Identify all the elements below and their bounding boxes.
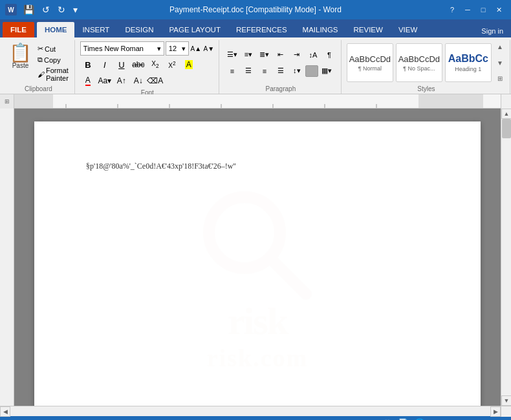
ruler-scroll-btn[interactable] xyxy=(501,94,511,109)
tab-review[interactable]: REVIEW xyxy=(346,22,391,37)
style-normal-item[interactable]: AaBbCcDd ¶ Normal xyxy=(347,43,393,82)
strikethrough-button[interactable]: abc xyxy=(131,58,146,72)
font-name-row: Times New Roman ▾ 12 ▾ A▲ A▼ xyxy=(80,41,215,56)
bold-button[interactable]: B xyxy=(80,58,96,72)
style-heading-item[interactable]: AaBbCc Heading 1 xyxy=(445,43,492,82)
copy-button[interactable]: ⧉ Copy xyxy=(36,55,71,65)
align-right-button[interactable]: ≡ xyxy=(257,64,272,78)
ribbon-tabs: FILE HOME INSERT DESIGN PAGE LAYOUT REFE… xyxy=(0,19,511,37)
window-title: Payment-Receipt.doc [Compatibility Mode]… xyxy=(169,5,342,14)
customize-button[interactable]: ▾ xyxy=(71,3,80,16)
increase-font-size-button[interactable]: A▲ xyxy=(190,41,202,56)
watermark: risk risk.com xyxy=(193,181,322,372)
tab-page-layout[interactable]: PAGE LAYOUT xyxy=(161,22,228,37)
style-heading-preview: AaBbCc xyxy=(448,53,488,65)
title-bar-left: W 💾 ↺ ↻ ▾ xyxy=(5,3,80,16)
dropdown-arrow-icon: ▾ xyxy=(157,45,161,53)
horizontal-scrollbar[interactable]: ◀ ▶ xyxy=(0,406,511,416)
font-style-row: B I U abc X2 X2 A xyxy=(80,58,215,72)
underline-button[interactable]: U xyxy=(114,58,129,72)
title-bar: W 💾 ↺ ↻ ▾ Payment-Receipt.doc [Compatibi… xyxy=(0,0,511,19)
style-nospace-label: ¶ No Spac... xyxy=(403,65,435,72)
minimize-button[interactable]: ─ xyxy=(461,3,475,16)
help-button[interactable]: ? xyxy=(445,3,459,16)
sign-in-link[interactable]: Sign in xyxy=(476,25,508,37)
svg-rect-2 xyxy=(419,94,483,109)
cut-button[interactable]: ✂ Cut xyxy=(36,44,71,54)
format-painter-icon: 🖌 xyxy=(38,70,45,78)
style-normal-preview: AaBbCcDd xyxy=(349,54,391,64)
redo-button[interactable]: ↻ xyxy=(55,3,68,16)
align-center-button[interactable]: ☰ xyxy=(241,64,256,78)
save-button[interactable]: 💾 xyxy=(21,3,37,16)
copy-icon: ⧉ xyxy=(38,56,43,64)
styles-content: AaBbCcDd ¶ Normal AaBbCcDd ¶ No Spac... … xyxy=(347,41,506,84)
horizontal-ruler xyxy=(14,94,501,109)
subscript-button[interactable]: X2 xyxy=(147,58,163,72)
ruler-corner: ⊞ xyxy=(0,94,14,109)
tab-file[interactable]: FILE xyxy=(3,22,34,37)
tab-references[interactable]: REFERENCES xyxy=(228,22,295,37)
tab-view[interactable]: VIEW xyxy=(391,22,425,37)
style-heading-label: Heading 1 xyxy=(455,66,481,72)
document-content: §p'18@'80a%'_`Ce0d!A€'43xp'18!F3ta€'26–!… xyxy=(86,160,429,172)
style-nospace-preview: AaBbCcDd xyxy=(398,54,440,64)
decrease-indent-button[interactable]: ⇤ xyxy=(273,48,288,62)
document-area: risk risk.com §p'18@'80a%'_`Ce0d!A€'43xp… xyxy=(14,109,501,406)
italic-button[interactable]: I xyxy=(97,58,113,72)
document-page[interactable]: risk risk.com §p'18@'80a%'_`Ce0d!A€'43xp… xyxy=(34,121,481,406)
vertical-scrollbar[interactable]: ▲ ▼ xyxy=(501,109,511,406)
styles-scroll-up-icon[interactable]: ▲ xyxy=(494,43,506,50)
style-nospace-item[interactable]: AaBbCcDd ¶ No Spac... xyxy=(396,43,442,82)
tab-home[interactable]: HOME xyxy=(37,22,75,37)
undo-button[interactable]: ↺ xyxy=(39,3,52,16)
styles-scroll-down-icon[interactable]: ▼ xyxy=(494,59,506,67)
highlight-button[interactable]: A xyxy=(181,58,197,72)
tab-mailings[interactable]: MAILINGS xyxy=(295,22,346,37)
numbered-list-button[interactable]: ≡▾ xyxy=(241,48,256,62)
font-size-dropdown[interactable]: 12 ▾ xyxy=(166,41,189,56)
tab-insert[interactable]: INSERT xyxy=(74,22,117,37)
bullet-list-button[interactable]: ☰▾ xyxy=(224,48,240,62)
style-normal-label: ¶ Normal xyxy=(358,65,382,72)
clear-format-button[interactable]: ⌫A xyxy=(147,74,163,88)
line-spacing-button[interactable]: ↕▾ xyxy=(289,64,305,78)
format-painter-button[interactable]: 🖌 Format Painter xyxy=(36,66,71,83)
increase-size-button[interactable]: A↑ xyxy=(114,74,129,88)
shading-button[interactable] xyxy=(305,65,318,77)
align-left-button[interactable]: ≡ xyxy=(224,64,240,78)
styles-more-icon[interactable]: ⊞ xyxy=(494,75,506,82)
increase-indent-button[interactable]: ⇥ xyxy=(289,48,305,62)
scroll-up-button[interactable]: ▲ xyxy=(501,109,511,119)
restore-button[interactable]: □ xyxy=(476,3,490,16)
ruler-svg xyxy=(14,94,501,109)
styles-group: AaBbCcDd ¶ Normal AaBbCcDd ¶ No Spac... … xyxy=(343,40,510,94)
styles-gallery: AaBbCcDd ¶ Normal AaBbCcDd ¶ No Spac... … xyxy=(347,43,506,82)
decrease-size-button[interactable]: A↓ xyxy=(131,74,146,88)
show-marks-button[interactable]: ¶ xyxy=(321,48,337,62)
paragraph-group: ☰▾ ≡▾ ≣▾ ⇤ ⇥ ↕A ¶ ≡ ☰ ≡ ☰ ↕▾ ▦▾ xyxy=(221,40,342,94)
scroll-down-button[interactable]: ▼ xyxy=(501,395,511,406)
border-button[interactable]: ▦▾ xyxy=(319,64,334,78)
scroll-thumb[interactable] xyxy=(502,119,511,138)
superscript-button[interactable]: X2 xyxy=(164,58,180,72)
paste-button[interactable]: 📋 Paste xyxy=(6,41,34,72)
close-button[interactable]: ✕ xyxy=(492,3,506,16)
paragraph-label: Paragraph xyxy=(224,84,337,94)
scroll-left-button[interactable]: ◀ xyxy=(0,406,10,417)
window-controls: ? ─ □ ✕ xyxy=(445,3,506,16)
clipboard-group: 📋 Paste ✂ Cut ⧉ Copy 🖌 Format Painter Cl… xyxy=(3,40,75,94)
font-color-button[interactable]: A xyxy=(80,74,96,88)
change-case-button[interactable]: Aa▾ xyxy=(97,74,113,88)
font-name-dropdown[interactable]: Times New Roman ▾ xyxy=(80,41,164,56)
styles-label: Styles xyxy=(347,84,506,94)
multilevel-list-button[interactable]: ≣▾ xyxy=(257,48,272,62)
justify-button[interactable]: ☰ xyxy=(273,64,288,78)
scroll-right-button[interactable]: ▶ xyxy=(490,406,501,417)
tab-design[interactable]: DESIGN xyxy=(117,22,161,37)
svg-rect-1 xyxy=(14,94,53,109)
decrease-font-size-button[interactable]: A▼ xyxy=(203,41,215,56)
sort-button[interactable]: ↕A xyxy=(305,48,321,62)
font-controls: Times New Roman ▾ 12 ▾ A▲ A▼ B I U abc X… xyxy=(80,41,215,88)
size-dropdown-icon: ▾ xyxy=(182,45,186,53)
